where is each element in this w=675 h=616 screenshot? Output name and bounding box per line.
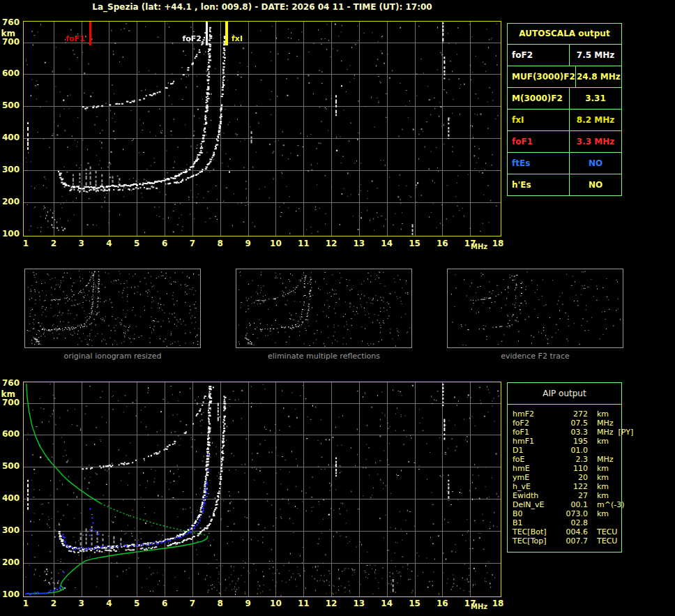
aip-row: h_vE122km — [513, 482, 621, 491]
aip-param-value: 20 — [559, 473, 588, 482]
panel-caption-evidence: evidence F2 trace — [447, 352, 623, 361]
x-tick-label: 10 — [267, 239, 284, 248]
aip-param-value: 01.0 — [559, 446, 588, 455]
y-tick-label: 200 — [0, 558, 20, 567]
aip-row: B0073.0km — [513, 509, 621, 518]
x-tick-label: 11 — [295, 239, 312, 248]
autoscala-row: foF13.3 MHz — [508, 131, 621, 153]
autoscala-param-value: 24.8 MHz — [576, 66, 621, 87]
y-tick-label: 100 — [0, 590, 20, 599]
autoscala-param-label: M(3000)F2 — [508, 88, 570, 109]
aip-param-unit: TECU — [597, 536, 617, 546]
aip-param-label: hmE — [513, 464, 559, 473]
y-tick-label: 700 — [0, 38, 20, 47]
aip-param-value: 00.1 — [559, 500, 588, 509]
aip-row: Ewidth27km — [513, 491, 621, 500]
aip-param-value: 007.7 — [559, 536, 588, 546]
autoscaled-ionogram-canvas — [24, 22, 501, 236]
x-tick-label: 3 — [73, 599, 90, 608]
panel-caption-original: original ionogram resized — [24, 352, 201, 361]
aip-param-unit: km — [597, 437, 609, 446]
aip-row: hmE110km — [513, 464, 621, 473]
aip-param-label: foF2 — [513, 419, 559, 428]
autoscala-window: La_Spezia (lat: +44.1 , lon: 009.8) - DA… — [0, 0, 675, 616]
y-tick-label: 600 — [0, 69, 20, 78]
aip-param-label: ymE — [513, 473, 559, 482]
autoscala-param-value: 8.2 MHz — [570, 110, 621, 130]
top-plot-y-axis: 760700600500400300200100km — [0, 21, 22, 244]
aip-param-note: [PY] — [619, 428, 634, 437]
aip-param-unit: TECU — [597, 527, 617, 536]
aip-param-label: B0 — [513, 509, 559, 518]
aip-param-label: Ewidth — [513, 491, 559, 500]
panel-evidence-canvas — [448, 269, 623, 347]
aip-output-table: AIP output hmF2272kmfoF207.5MHzfoF103.3M… — [507, 382, 622, 553]
x-tick-label: 4 — [100, 599, 117, 608]
aip-row: foF103.3MHz[PY] — [513, 428, 621, 437]
aip-param-unit: m^(-3) — [597, 500, 624, 509]
autoscala-param-label: foF2 — [508, 45, 570, 66]
y-tick-label: 760 — [0, 379, 20, 388]
aip-table-body: hmF2272kmfoF207.5MHzfoF103.3MHz[PY]hmF11… — [508, 405, 621, 552]
aip-param-value: 110 — [559, 464, 588, 473]
x-tick-label: 13 — [351, 599, 367, 608]
x-tick-label: 16 — [434, 239, 450, 248]
inversion-ionogram-plot — [23, 382, 501, 597]
x-tick-label: 2 — [45, 599, 62, 608]
aip-param-label: DelN_vE — [513, 500, 559, 509]
x-tick-label: 13 — [351, 239, 367, 248]
aip-row: TEC[Top]007.7TECU — [513, 536, 621, 546]
aip-row: B102.8 — [513, 518, 621, 527]
aip-param-value: 195 — [559, 437, 588, 446]
x-axis-unit: MHz — [469, 243, 490, 250]
aip-param-label: hmF1 — [513, 437, 559, 446]
autoscala-table-body: foF27.5 MHzMUF(3000)F224.8 MHzM(3000)F23… — [508, 45, 621, 195]
aip-param-label: TEC[Top] — [513, 536, 559, 546]
autoscala-param-value: 3.31 — [570, 88, 621, 109]
y-tick-label: 400 — [0, 494, 20, 503]
aip-param-unit: MHz — [597, 428, 614, 437]
autoscala-row: M(3000)F23.31 — [508, 88, 621, 110]
bottom-plot-x-axis: 123456789101112131415161718MHz — [23, 599, 501, 611]
autoscala-row: h'EsNO — [508, 174, 621, 195]
x-tick-label: 14 — [379, 599, 395, 608]
autoscala-param-value: 7.5 MHz — [570, 45, 621, 66]
y-tick-label: 100 — [0, 230, 20, 239]
x-tick-label: 1 — [17, 599, 34, 608]
autoscala-param-label: MUF(3000)F2 — [508, 66, 576, 87]
autoscala-param-value: NO — [570, 153, 621, 174]
y-tick-label: 300 — [0, 526, 20, 535]
x-tick-label: 3 — [73, 239, 90, 248]
aip-param-value: 07.5 — [559, 419, 588, 428]
x-tick-label: 12 — [323, 599, 340, 608]
autoscala-param-value: 3.3 MHz — [570, 131, 621, 152]
panel-evidence-f2 — [447, 269, 623, 348]
autoscala-param-label: ftEs — [508, 153, 570, 174]
x-tick-label: 16 — [434, 599, 450, 608]
aip-param-unit: km — [597, 410, 609, 419]
y-tick-label: 500 — [0, 101, 20, 110]
autoscala-param-label: foF1 — [508, 131, 570, 152]
aip-param-label: h_vE — [513, 482, 559, 491]
x-tick-label: 8 — [212, 599, 229, 608]
aip-param-value: 073.0 — [559, 509, 588, 518]
x-tick-label: 6 — [156, 599, 173, 608]
aip-row: foF207.5MHz — [513, 419, 621, 428]
x-tick-label: 9 — [240, 599, 257, 608]
aip-param-unit: km — [597, 482, 609, 491]
aip-param-unit: km — [597, 473, 609, 482]
y-tick-label: 500 — [0, 462, 20, 471]
x-tick-label: 8 — [212, 239, 229, 248]
autoscala-param-label: h'Es — [508, 174, 570, 195]
y-tick-label: 600 — [0, 430, 20, 439]
x-tick-label: 1 — [17, 239, 34, 248]
x-tick-label: 10 — [267, 599, 284, 608]
aip-param-value: 122 — [559, 482, 588, 491]
aip-row: ymE20km — [513, 473, 621, 482]
aip-param-unit: km — [597, 491, 609, 500]
panel-original-canvas — [25, 269, 200, 347]
autoscala-param-label: fxI — [508, 110, 570, 130]
aip-row: D101.0 — [513, 446, 621, 455]
aip-param-unit: MHz — [597, 419, 614, 428]
y-axis-unit: km — [0, 389, 15, 399]
